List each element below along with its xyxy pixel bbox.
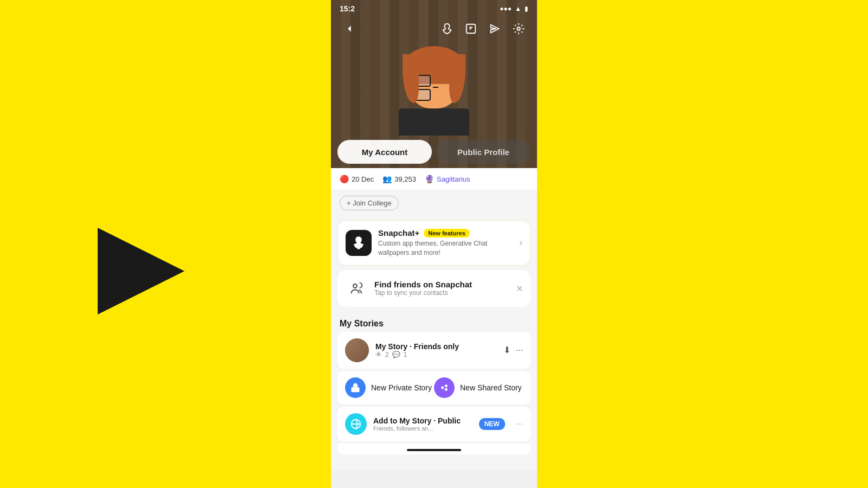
birthday-value: 20 Dec — [352, 175, 374, 183]
signal-icon: ●●● — [500, 5, 512, 12]
find-friends-close-button[interactable]: ✕ — [516, 283, 523, 293]
replies-count: 1 — [404, 351, 407, 358]
find-friends-icon — [346, 278, 368, 299]
new-badge: NEW — [479, 418, 505, 430]
birthday-stat: 🔴 20 Dec — [340, 175, 374, 183]
find-friends-subtitle: Tap to sync your contacts — [374, 289, 472, 297]
home-indicator — [407, 449, 461, 451]
share-icon[interactable] — [485, 19, 505, 38]
new-shared-story-button[interactable]: New Shared Story — [434, 377, 523, 398]
zodiac-value: Sagittarius — [437, 175, 470, 183]
hair-right — [449, 54, 465, 103]
add-to-public-story-card[interactable]: Add to My Story · Public Friends, follow… — [337, 407, 531, 441]
hair-left — [403, 54, 419, 103]
arrow-indicator — [98, 228, 184, 314]
snapchat-plus-title: Snapchat+ — [378, 228, 419, 237]
glasses-bridge — [433, 87, 438, 88]
new-story-row: New Private Story New Shared Story — [337, 371, 531, 404]
top-nav — [331, 19, 537, 38]
snapchat-plus-text: Snapchat+ New features Custom app themes… — [378, 228, 513, 258]
bitmoji-laptop — [399, 108, 469, 136]
download-story-button[interactable]: ⬇ — [503, 345, 510, 355]
my-story-thumbnail — [345, 338, 369, 362]
snapchat-plus-icon — [346, 230, 372, 256]
views-icon: 👁 — [375, 351, 382, 358]
friends-count: 39,253 — [394, 175, 416, 183]
birthday-icon: 🔴 — [340, 175, 349, 183]
new-shared-icon — [434, 377, 455, 398]
status-bar: 15:2 ●●● ▲ ▮ — [331, 0, 537, 17]
my-story-title: My Story · Friends only — [375, 342, 497, 351]
story-actions: ⬇ ··· — [503, 345, 523, 355]
friends-stat: 👥 39,253 — [382, 175, 416, 183]
snap-icon[interactable] — [437, 19, 457, 38]
find-friends-card[interactable]: Find friends on Snapchat Tap to sync you… — [337, 270, 531, 307]
bitmoji-avatar — [396, 49, 472, 136]
find-friends-title: Find friends on Snapchat — [374, 280, 472, 289]
public-story-more-button[interactable]: ··· — [516, 419, 523, 429]
friends-icon: 👥 — [382, 175, 392, 183]
find-friends-text: Find friends on Snapchat Tap to sync you… — [374, 280, 472, 297]
content-area: 🔴 20 Dec 👥 39,253 🔮 Sagittarius + Join C… — [331, 168, 537, 471]
back-button[interactable] — [340, 19, 359, 38]
stats-row: 🔴 20 Dec 👥 39,253 🔮 Sagittarius — [331, 168, 537, 190]
tab-section: My Account Public Profile — [331, 136, 537, 168]
snapchat-plus-description: Custom app themes, Generative Chat wallp… — [378, 239, 513, 258]
public-story-info: Add to My Story · Public Friends, follow… — [373, 416, 473, 432]
avatar-container — [396, 49, 472, 146]
chevron-right-icon: › — [519, 237, 522, 248]
join-college-button[interactable]: + Join College — [340, 196, 399, 210]
sticker-icon[interactable] — [461, 19, 481, 38]
new-private-story-button[interactable]: New Private Story — [345, 377, 434, 398]
status-time: 15:2 — [340, 4, 355, 13]
public-profile-tab[interactable]: Public Profile — [436, 140, 531, 164]
views-count: 2 — [385, 351, 389, 358]
my-story-meta: 👁 2 💬 1 — [375, 351, 497, 358]
new-shared-story-label: New Shared Story — [460, 383, 522, 392]
status-icons: ●●● ▲ ▮ — [500, 5, 528, 12]
snapchat-plus-card[interactable]: Snapchat+ New features Custom app themes… — [337, 220, 531, 266]
wifi-icon: ▲ — [515, 5, 521, 12]
replies-icon: 💬 — [392, 351, 400, 358]
my-story-item[interactable]: My Story · Friends only 👁 2 💬 1 ⬇ ··· — [337, 332, 531, 369]
my-stories-header: My Stories — [331, 311, 537, 332]
new-features-badge: New features — [424, 229, 469, 237]
my-account-tab[interactable]: My Account — [337, 140, 432, 164]
nav-icons-right — [437, 19, 528, 38]
svg-point-5 — [445, 384, 448, 387]
svg-point-1 — [517, 27, 520, 30]
battery-icon: ▮ — [525, 5, 528, 12]
public-story-title: Add to My Story · Public — [373, 416, 473, 425]
new-private-icon — [345, 377, 366, 398]
hero-section: 15:2 ●●● ▲ ▮ — [331, 0, 537, 168]
public-story-subtitle: Friends, followers an... — [373, 425, 473, 432]
svg-point-6 — [445, 388, 448, 390]
new-private-story-label: New Private Story — [371, 383, 432, 392]
public-story-icon — [345, 413, 367, 435]
zodiac-stat: 🔮 Sagittarius — [425, 175, 470, 183]
bottom-bar — [337, 444, 531, 454]
my-story-info: My Story · Friends only 👁 2 💬 1 — [375, 342, 497, 358]
settings-icon[interactable] — [509, 19, 528, 38]
svg-point-4 — [441, 386, 444, 389]
more-options-button[interactable]: ··· — [516, 345, 523, 355]
svg-point-2 — [353, 284, 357, 287]
svg-rect-3 — [352, 387, 360, 392]
zodiac-icon: 🔮 — [425, 175, 434, 183]
phone-frame: 15:2 ●●● ▲ ▮ — [331, 0, 537, 488]
